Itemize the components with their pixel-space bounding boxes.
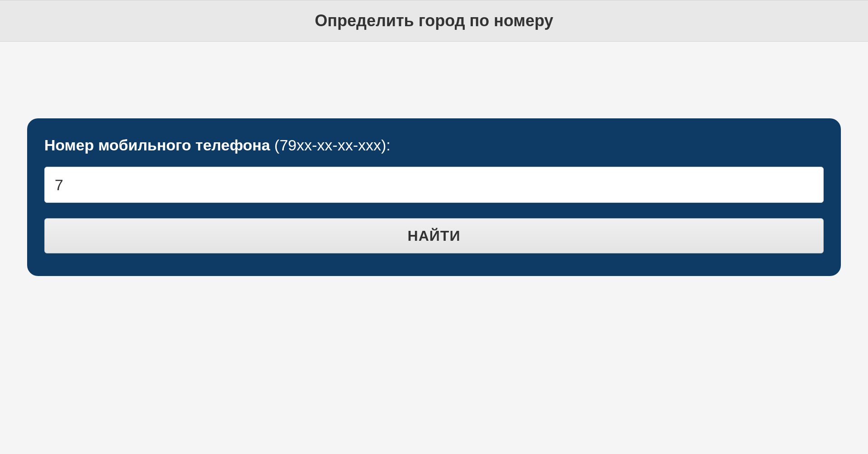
phone-label-format: (79xx-xx-xx-xxx):	[270, 136, 390, 154]
content-wrapper: Номер мобильного телефона (79xx-xx-xx-xx…	[0, 42, 868, 276]
header-bar: Определить город по номеру	[0, 0, 868, 42]
phone-lookup-form: Номер мобильного телефона (79xx-xx-xx-xx…	[27, 118, 841, 276]
phone-input-label: Номер мобильного телефона (79xx-xx-xx-xx…	[44, 136, 824, 154]
phone-label-bold: Номер мобильного телефона	[44, 136, 270, 154]
page-title: Определить город по номеру	[0, 11, 868, 30]
find-button[interactable]: НАЙТИ	[44, 218, 824, 253]
phone-input[interactable]	[44, 167, 824, 203]
